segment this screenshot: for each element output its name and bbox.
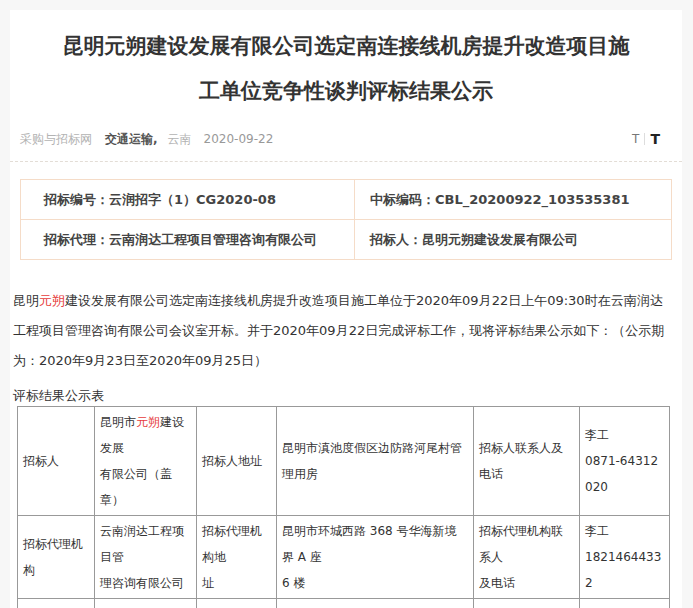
table-cell: 评标结果公示发布时 间 (474, 599, 580, 608)
tender-number-field: 招标编号：云润招字（1）CG2020-08 (21, 180, 354, 219)
publish-date: 2020-09-22 (204, 132, 274, 146)
result-table-caption: 评标结果公示表 (13, 386, 682, 406)
table-cell: 招标人联系人及电话 (474, 407, 580, 516)
table-cell: 监督部门名称 (18, 599, 95, 608)
dashed-divider (10, 161, 682, 162)
table-cell: 0871-64315580 （工作日9:00-17:00） (277, 599, 474, 608)
table-cell: 2020年9月23日 (580, 599, 670, 608)
text-part: 招标人 (23, 454, 59, 468)
table-cell: 招标人 (18, 407, 95, 516)
table-cell: 招标代理机构 (18, 516, 95, 599)
table-cell: 李工 18214644332 (580, 516, 670, 599)
tenderee-field: 招标人：昆明元朔建设发展有限公司 (354, 219, 671, 259)
keyword-highlight: 元朔 (39, 293, 65, 308)
text-part: 李工 0871-64312020 (585, 428, 658, 494)
breadcrumb-category-link[interactable]: 交通运输, (105, 131, 158, 148)
result-table-main-body: 招标人昆明市元朔建设发展 有限公司（盖章）招标人地址昆明市滇池度假区边防路河尾村… (18, 407, 670, 608)
text-part: 昆明市 (100, 415, 136, 429)
breadcrumb-region-link[interactable]: 云南 (168, 131, 192, 148)
article-card: 昆明元朔建设发展有限公司选定南连接线机房提升改造项目施工单位竞争性谈判评标结果公… (10, 10, 682, 608)
result-table-main: 招标人昆明市元朔建设发展 有限公司（盖章）招标人地址昆明市滇池度假区边防路河尾村… (17, 406, 670, 608)
text-part: 招标代理机构 (23, 537, 83, 577)
table-cell: 李工 0871-64312020 (580, 407, 670, 516)
font-size-increase-button[interactable]: T (650, 131, 660, 147)
text-part: 招标代理机构联系人 及电话 (479, 524, 563, 590)
table-cell: 昆明市环城西路 368 号华海新境界 A 座 6 楼 (277, 516, 474, 599)
meta-row: 采购与招标网 交通运输, 云南 2020-09-22 T T (20, 130, 672, 148)
font-controls-divider (644, 133, 645, 145)
announcement-paragraph: 昆明元朔建设发展有限公司选定南连接线机房提升改造项目施工单位于2020年09月2… (13, 286, 672, 376)
text-part: 云南润达工程项目管 理咨询有限公司 (100, 524, 184, 590)
breadcrumb-source-link[interactable]: 采购与招标网 (20, 131, 92, 148)
tender-info-box: 招标编号：云润招字（1）CG2020-08 中标编码：CBL_20200922_… (20, 179, 672, 260)
table-cell: 昆明市滇池度假区边防路河尾村管理用房 (277, 407, 474, 516)
font-size-controls: T T (632, 130, 660, 148)
table-row: 监督部门名称昆明元朔建设发展有 限公司 纪检监察室监督部门联系电 话0871-6… (18, 599, 670, 608)
table-cell: 招标代理机构联系人 及电话 (474, 516, 580, 599)
table-cell: 昆明元朔建设发展有 限公司 纪检监察室 (95, 599, 197, 608)
keyword-highlight: 元朔 (136, 415, 160, 429)
table-cell: 招标人地址 (197, 407, 277, 516)
text-part: 招标代理机构地 址 (202, 524, 262, 590)
text-part: 建设发展有限公司选定南连接线机房提升改造项目施工单位于2020年09月22日上午… (13, 293, 664, 368)
table-row: 招标人昆明市元朔建设发展 有限公司（盖章）招标人地址昆明市滇池度假区边防路河尾村… (18, 407, 670, 516)
text-part: 昆明 (13, 293, 39, 308)
text-part: 李工 18214644332 (585, 524, 661, 590)
text-part: 昆明市环城西路 368 号华海新境界 A 座 6 楼 (282, 524, 457, 590)
table-cell: 昆明市元朔建设发展 有限公司（盖章） (95, 407, 197, 516)
page-title: 昆明元朔建设发展有限公司选定南连接线机房提升改造项目施工单位竞争性谈判评标结果公… (10, 10, 682, 114)
text-part: 招标人联系人及电话 (479, 441, 563, 481)
tender-agent-field: 招标代理：云南润达工程项目管理咨询有限公司 (21, 219, 354, 259)
table-cell: 云南润达工程项目管 理咨询有限公司 (95, 516, 197, 599)
table-row: 招标代理机构云南润达工程项目管 理咨询有限公司招标代理机构地 址昆明市环城西路 … (18, 516, 670, 599)
text-part: 昆明市滇池度假区边防路河尾村管理用房 (282, 441, 462, 481)
font-size-decrease-button[interactable]: T (632, 132, 639, 146)
table-cell: 监督部门联系电 话 (197, 599, 277, 608)
win-code-field: 中标编码：CBL_20200922_103535381 (354, 180, 671, 219)
table-cell: 招标代理机构地 址 (197, 516, 277, 599)
text-part: 招标人地址 (202, 454, 262, 468)
